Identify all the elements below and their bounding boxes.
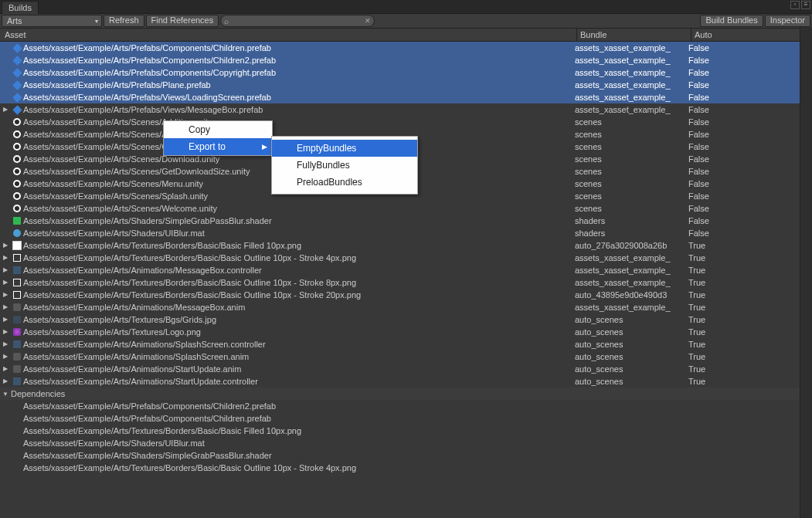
- search-input[interactable]: ⌕ ✕: [220, 15, 375, 27]
- auto-flag: False: [685, 66, 812, 79]
- table-row[interactable]: ▶Assets/xasset/Example/Arts/Animations/S…: [0, 350, 812, 363]
- auto-flag: False: [685, 215, 812, 227]
- table-row[interactable]: ▶Assets/xasset/Example/Arts/Textures/Bor…: [0, 289, 812, 301]
- anim-icon: [11, 364, 23, 374]
- bundle-name: assets_xasset_example_: [572, 252, 685, 264]
- expand-arrow-icon[interactable]: ▶: [0, 326, 11, 338]
- table-row[interactable]: ▶Assets/xasset/Example/Arts/Animations/M…: [0, 301, 812, 313]
- png-fill-icon: [11, 240, 23, 251]
- submenu-preload-bundles[interactable]: PreloadBundles: [272, 174, 417, 191]
- window-lock-icon[interactable]: ▫: [790, 1, 800, 9]
- vertical-scrollbar[interactable]: [800, 27, 812, 518]
- dependency-item[interactable]: Assets/xasset/Example/Arts/Shaders/UIBlu…: [0, 437, 812, 449]
- asset-path: Assets/xasset/Example/Arts/Textures/Logo…: [23, 326, 572, 338]
- png-out-icon: [11, 289, 23, 300]
- unity-icon: [11, 141, 23, 152]
- asset-path: Assets/xasset/Example/Arts/Prefabs/Compo…: [23, 54, 572, 66]
- chevron-right-icon: ▶: [262, 138, 267, 155]
- header-auto[interactable]: Auto: [691, 29, 810, 41]
- table-row[interactable]: ▶Assets/xasset/Example/Arts/Textures/Log…: [0, 326, 812, 338]
- submenu-empty-bundles[interactable]: EmptyBundles: [272, 140, 417, 157]
- anim-icon: [11, 302, 23, 313]
- expand-arrow-icon[interactable]: ▶: [0, 313, 11, 326]
- table-row[interactable]: Assets/xasset/Example/Arts/Prefabs/Compo…: [0, 54, 812, 66]
- auto-flag: False: [685, 79, 812, 91]
- table-row[interactable]: ▶Assets/xasset/Example/Arts/Textures/Bgs…: [0, 313, 812, 326]
- table-row[interactable]: ▶Assets/xasset/Example/Arts/Animations/S…: [0, 338, 812, 350]
- expand-arrow-icon[interactable]: ▶: [0, 301, 11, 313]
- auto-flag: True: [685, 313, 812, 326]
- bundle-name: shaders: [572, 215, 685, 227]
- build-group-dropdown[interactable]: Arts ▾: [2, 15, 102, 27]
- table-row[interactable]: Assets/xasset/Example/Arts/Prefabs/Views…: [0, 91, 812, 103]
- submenu-fully-bundles[interactable]: FullyBundles: [272, 157, 417, 174]
- asset-path: Assets/xasset/Example/Arts/Animations/Sp…: [23, 338, 572, 350]
- tab-bar: Builds ▫ ≡: [0, 0, 812, 14]
- tab-builds[interactable]: Builds: [2, 1, 39, 14]
- fold-icon[interactable]: ▼: [0, 391, 11, 398]
- expand-arrow-icon[interactable]: ▶: [0, 350, 11, 363]
- table-row[interactable]: Assets/xasset/Example/Arts/Shaders/Simpl…: [0, 215, 812, 227]
- expand-arrow-icon[interactable]: ▶: [0, 239, 11, 252]
- ctrl-icon: [11, 376, 23, 387]
- table-row[interactable]: ▶Assets/xasset/Example/Arts/Animations/S…: [0, 375, 812, 388]
- shader-icon: [11, 215, 23, 226]
- expand-arrow-icon[interactable]: ▶: [0, 338, 11, 350]
- dependency-item[interactable]: Assets/xasset/Example/Arts/Textures/Bord…: [0, 462, 812, 474]
- dependency-item[interactable]: Assets/xasset/Example/Arts/Shaders/Simpl…: [0, 449, 812, 462]
- expand-arrow-icon[interactable]: ▶: [0, 252, 11, 264]
- inspector-button[interactable]: Inspector: [765, 15, 810, 27]
- window-menu-icon[interactable]: ≡: [801, 1, 810, 9]
- table-row[interactable]: Assets/xasset/Example/Arts/Shaders/UIBlu…: [0, 227, 812, 239]
- table-row[interactable]: ▶Assets/xasset/Example/Arts/Prefabs/View…: [0, 103, 812, 116]
- auto-flag: False: [685, 54, 812, 66]
- table-row[interactable]: Assets/xasset/Example/Arts/Scenes/Additi…: [0, 116, 812, 128]
- expand-arrow-icon[interactable]: ▶: [0, 375, 11, 388]
- asset-path: Assets/xasset/Example/Arts/Animations/St…: [23, 363, 572, 375]
- bundle-name: scenes: [572, 128, 685, 141]
- dependency-item[interactable]: Assets/xasset/Example/Arts/Prefabs/Compo…: [0, 412, 812, 425]
- table-row[interactable]: Assets/xasset/Example/Arts/Prefabs/Plane…: [0, 79, 812, 91]
- header-bundle[interactable]: Bundle: [576, 29, 691, 41]
- asset-path: Assets/xasset/Example/Arts/Textures/Bord…: [23, 239, 572, 252]
- dependency-item[interactable]: Assets/xasset/Example/Arts/Prefabs/Compo…: [0, 400, 812, 412]
- context-menu-export-to[interactable]: Export to ▶: [164, 138, 272, 155]
- refresh-button[interactable]: Refresh: [104, 15, 144, 27]
- table-row[interactable]: ▶Assets/xasset/Example/Arts/Animations/M…: [0, 264, 812, 276]
- expand-arrow-icon[interactable]: ▶: [0, 363, 11, 375]
- asset-path: Assets/xasset/Example/Arts/Animations/Sp…: [23, 350, 572, 363]
- bundle-name: auto_scenes: [572, 350, 685, 363]
- bundle-name: scenes: [572, 141, 685, 153]
- prefab-icon: [11, 80, 23, 90]
- table-row[interactable]: ▶Assets/xasset/Example/Arts/Animations/S…: [0, 363, 812, 375]
- dependency-item[interactable]: Assets/xasset/Example/Arts/Textures/Bord…: [0, 425, 812, 437]
- clear-search-icon[interactable]: ✕: [365, 17, 371, 25]
- bundle-name: assets_xasset_example_: [572, 301, 685, 313]
- expand-arrow-icon[interactable]: ▶: [0, 276, 11, 289]
- expand-arrow-icon[interactable]: ▶: [0, 103, 11, 116]
- auto-flag: True: [685, 264, 812, 276]
- table-row[interactable]: ▶Assets/xasset/Example/Arts/Textures/Bor…: [0, 252, 812, 264]
- expand-arrow-icon[interactable]: ▶: [0, 289, 11, 301]
- table-row[interactable]: Assets/xasset/Example/Arts/Prefabs/Compo…: [0, 42, 812, 54]
- unity-icon: [11, 191, 23, 201]
- table-row[interactable]: Assets/xasset/Example/Arts/Scenes/Welcom…: [0, 202, 812, 215]
- build-bundles-button[interactable]: Build Bundles: [700, 15, 763, 27]
- table-row[interactable]: ▶Assets/xasset/Example/Arts/Textures/Bor…: [0, 239, 812, 252]
- jpg-icon: [11, 314, 23, 325]
- find-references-button[interactable]: Find References: [146, 15, 219, 27]
- table-row[interactable]: ▶Assets/xasset/Example/Arts/Textures/Bor…: [0, 276, 812, 289]
- header-asset[interactable]: Asset: [2, 29, 576, 41]
- auto-flag: True: [685, 276, 812, 289]
- prefab-icon: [11, 67, 23, 78]
- bundle-name: assets_xasset_example_: [572, 54, 685, 66]
- bundle-name: scenes: [572, 190, 685, 202]
- table-row[interactable]: Assets/xasset/Example/Arts/Prefabs/Compo…: [0, 66, 812, 79]
- bundle-name: auto_43895e9d0e490d3: [572, 289, 685, 301]
- context-menu-copy[interactable]: Copy: [164, 121, 272, 138]
- prefab-icon: [11, 92, 23, 103]
- expand-arrow-icon[interactable]: ▶: [0, 264, 11, 276]
- ctrl-icon: [11, 265, 23, 276]
- dependencies-header[interactable]: ▼Dependencies: [0, 388, 812, 400]
- asset-list[interactable]: Assets/xasset/Example/Arts/Prefabs/Compo…: [0, 42, 812, 518]
